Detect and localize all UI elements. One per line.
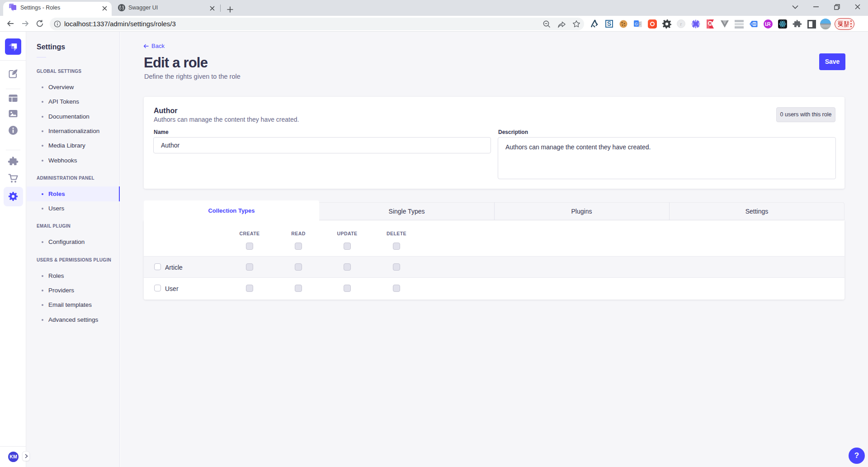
svg-text:G: G [635, 22, 638, 26]
svg-text:R: R [709, 21, 712, 26]
